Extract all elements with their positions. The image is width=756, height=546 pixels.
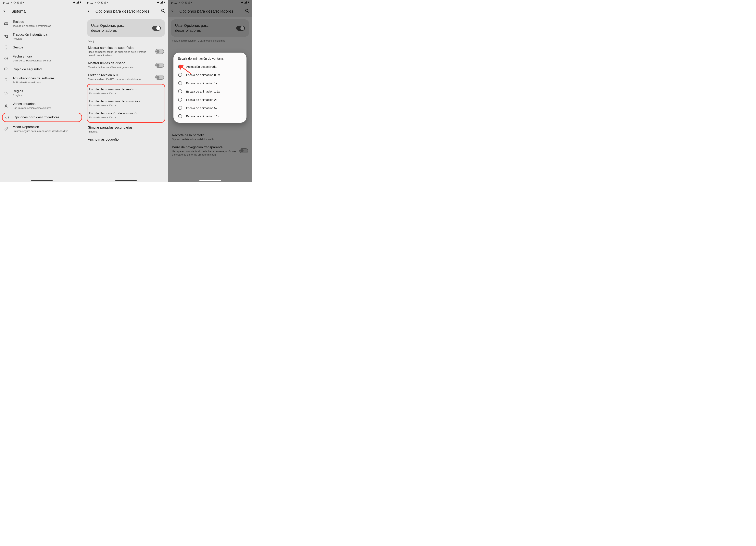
svg-rect-7 <box>5 24 7 24</box>
setting-subtitle: Muestra límites de vídeo, márgenes, etc. <box>88 66 153 69</box>
nav-pill[interactable] <box>31 180 53 181</box>
setting-window-anim-scale[interactable]: Escala de animación de ventanaEscala de … <box>87 85 165 97</box>
page-title: Sistema <box>11 9 81 14</box>
list-item-updates[interactable]: Actualizaciones de softwareTu Pixel está… <box>0 74 84 87</box>
list-item-rules[interactable]: Reglas0 reglas <box>0 87 84 99</box>
nav-pill[interactable] <box>115 180 137 181</box>
item-subtitle: Teclado en pantalla, herramientas <box>13 24 80 28</box>
toggle-switch[interactable] <box>155 49 164 54</box>
section-header-drawing: Dibujo <box>84 39 168 44</box>
settings-list[interactable]: TecladoTeclado en pantalla, herramientas… <box>0 17 84 182</box>
master-toggle-switch[interactable] <box>236 26 245 31</box>
radio-icon[interactable] <box>178 114 182 118</box>
back-icon[interactable] <box>87 9 91 14</box>
list-item-keyboard[interactable]: TecladoTeclado en pantalla, herramientas <box>0 17 84 30</box>
svg-rect-17 <box>248 1 248 2</box>
list-item-users[interactable]: Varios usuariosHas iniciado sesión como … <box>0 99 84 112</box>
item-subtitle: Entorno seguro para la reparación del di… <box>13 130 80 133</box>
setting-subtitle: Escala de animación 1x <box>89 92 163 95</box>
item-subtitle: 0 reglas <box>13 94 80 97</box>
item-title: Gestos <box>13 45 80 50</box>
search-icon[interactable] <box>245 9 249 14</box>
backup-icon <box>4 67 8 71</box>
setting-subtitle: Opción predeterminada del dispositivo <box>172 138 248 141</box>
setting-title: Ancho más pequeño <box>88 137 164 142</box>
nav-pill[interactable] <box>199 180 221 181</box>
svg-point-12 <box>6 105 7 106</box>
item-title: Actualizaciones de software <box>13 76 80 81</box>
back-icon[interactable] <box>171 9 175 14</box>
status-time: 14:18 <box>3 1 9 4</box>
setting-animator-duration-scale[interactable]: Escala de duración de animaciónEscala de… <box>87 109 165 121</box>
radio-option-1-5x[interactable]: Escala de animación 1,5x <box>178 87 242 95</box>
highlight-animation-scales: Escala de animación de ventanaEscala de … <box>87 84 165 123</box>
setting-subtitle: Fuerza la dirección RTL para todos los i… <box>172 39 248 43</box>
status-time: 14:19 <box>87 1 93 4</box>
wifi-icon <box>73 1 76 5</box>
setting-transition-anim-scale[interactable]: Escala de animación de transiciónEscala … <box>87 97 165 109</box>
list-item-repair[interactable]: Modo ReparaciónEntorno seguro para la re… <box>0 122 84 135</box>
setting-layout-bounds[interactable]: Mostrar límites de diseñoMuestra límites… <box>84 59 168 71</box>
rules-icon <box>4 91 8 95</box>
toggle-switch[interactable] <box>239 148 248 153</box>
toggle-switch[interactable] <box>155 75 164 80</box>
toggle-switch[interactable] <box>155 63 164 68</box>
radio-option-1x[interactable]: Escala de animación 1x <box>178 79 242 87</box>
svg-rect-6 <box>7 23 7 24</box>
threads-icon: @ <box>188 1 191 4</box>
setting-simulate-secondary[interactable]: Simular pantallas secundariasNinguna <box>84 123 168 135</box>
threads-icon: @ <box>185 1 187 4</box>
radio-option-5x[interactable]: Escala de animación 5x <box>178 104 242 112</box>
tiktok-icon: ♪ <box>178 1 181 4</box>
radio-option-2x[interactable]: Escala de animación 2x <box>178 95 242 104</box>
setting-smallest-width[interactable]: Ancho más pequeño <box>84 135 168 144</box>
list-item-datetime[interactable]: Fecha y horaGMT-06:00 Hora estándar cent… <box>0 52 84 65</box>
setting-transparent-nav-bg[interactable]: Barra de navegación transparenteHaz que … <box>168 143 252 159</box>
status-bar: 14:19 ♪ @ @ @ • <box>84 0 168 5</box>
repair-icon <box>4 127 8 131</box>
setting-surface-updates[interactable]: Mostrar cambios de superficiesHace parpa… <box>84 44 168 59</box>
setting-title: Simular pantallas secundarias <box>88 125 164 130</box>
item-title: Modo Reparación <box>13 125 80 129</box>
master-toggle-card[interactable]: Usar Opciones para desarrolladores <box>87 19 165 37</box>
svg-point-9 <box>6 48 6 49</box>
svg-point-15 <box>161 9 164 12</box>
search-icon[interactable] <box>161 9 165 14</box>
item-title: Copia de seguridad <box>13 67 80 71</box>
setting-force-rtl[interactable]: Forzar dirección RTLFuerza la dirección … <box>84 71 168 83</box>
radio-icon[interactable] <box>178 98 182 102</box>
page-title: Opciones para desarrolladores <box>95 9 157 14</box>
setting-title: Escala de animación de ventana <box>89 87 163 92</box>
radio-label: Escala de animación 10x <box>186 115 219 118</box>
radio-option-10x[interactable]: Escala de animación 10x <box>178 112 242 120</box>
setting-cutout-bg[interactable]: Recorte de la pantallaOpción predetermin… <box>168 131 252 143</box>
animation-scale-dialog: Escala de animación de ventana Animación… <box>173 53 246 123</box>
list-item-backup[interactable]: Copia de seguridad <box>0 65 84 74</box>
setting-force-rtl-bg: Fuerza la dirección RTL para todos los i… <box>168 39 252 44</box>
svg-rect-0 <box>80 2 81 3</box>
item-subtitle: Tu Pixel está actualizado <box>13 81 80 84</box>
item-title: Opciones para desarrolladores <box>14 115 79 120</box>
clock-icon <box>4 57 8 60</box>
master-toggle-switch[interactable] <box>152 26 161 31</box>
list-item-translate[interactable]: Traducción instantáneaActivado <box>0 30 84 43</box>
radio-icon[interactable] <box>178 106 182 110</box>
master-toggle-card[interactable]: Usar Opciones para desarrolladores <box>171 19 249 37</box>
list-item-gestures[interactable]: Gestos <box>0 43 84 52</box>
setting-title: Forzar dirección RTL <box>88 73 153 77</box>
annotation-arrow-icon <box>179 65 193 75</box>
back-icon[interactable] <box>3 9 7 14</box>
dev-options-list[interactable]: Usar Opciones para desarrolladores Dibuj… <box>84 17 168 182</box>
radio-icon[interactable] <box>178 81 182 85</box>
radio-label: Escala de animación 1,5x <box>186 90 220 93</box>
setting-subtitle: Haz que el color de fondo de la barra de… <box>172 150 237 157</box>
setting-subtitle: Fuerza la dirección RTL para todos los i… <box>88 78 153 81</box>
svg-rect-3 <box>5 23 5 24</box>
radio-icon[interactable] <box>178 89 182 93</box>
users-icon <box>4 104 8 108</box>
setting-title: Escala de animación de transición <box>89 99 163 104</box>
battery-icon <box>79 1 81 5</box>
list-item-developer-options[interactable]: Opciones para desarrolladores <box>3 113 82 121</box>
threads-icon: @ <box>97 1 100 4</box>
radio-label: Escala de animación 5x <box>186 106 217 110</box>
